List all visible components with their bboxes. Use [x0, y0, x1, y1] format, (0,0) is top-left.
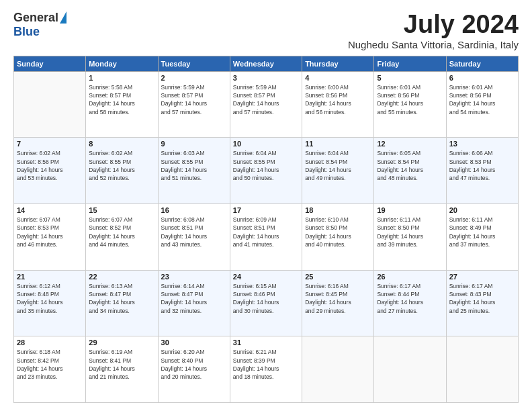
day-info: Sunrise: 6:19 AMSunset: 8:41 PMDaylight:… [89, 348, 154, 381]
calendar-cell: 22Sunrise: 6:13 AMSunset: 8:47 PMDayligh… [86, 270, 158, 336]
day-number: 20 [449, 206, 515, 214]
day-info: Sunrise: 6:13 AMSunset: 8:47 PMDaylight:… [89, 282, 154, 315]
day-number: 8 [89, 140, 154, 148]
header: General Blue July 2024 Nughedu Santa Vit… [13, 11, 519, 50]
calendar-cell [374, 336, 446, 403]
day-info: Sunrise: 6:10 AMSunset: 8:50 PMDaylight:… [305, 216, 371, 248]
location-title: Nughedu Santa Vittoria, Sardinia, Italy [348, 39, 519, 50]
day-info: Sunrise: 6:11 AMSunset: 8:49 PMDaylight:… [449, 216, 515, 248]
day-info: Sunrise: 6:00 AMSunset: 8:56 PMDaylight:… [305, 83, 371, 116]
day-number: 12 [377, 140, 443, 148]
day-number: 9 [161, 140, 227, 148]
page: General Blue July 2024 Nughedu Santa Vit… [0, 0, 532, 411]
day-info: Sunrise: 6:03 AMSunset: 8:55 PMDaylight:… [161, 149, 227, 182]
calendar-cell [302, 336, 374, 403]
calendar-cell [446, 336, 518, 403]
weekday-row: SundayMondayTuesdayWednesdayThursdayFrid… [14, 56, 519, 71]
calendar-cell: 10Sunrise: 6:04 AMSunset: 8:55 PMDayligh… [230, 138, 302, 204]
calendar-cell: 8Sunrise: 6:02 AMSunset: 8:55 PMDaylight… [86, 138, 158, 204]
calendar-cell: 15Sunrise: 6:07 AMSunset: 8:52 PMDayligh… [86, 204, 158, 271]
weekday-header-monday: Monday [86, 56, 158, 71]
weekday-header-sunday: Sunday [14, 56, 86, 71]
calendar-table: SundayMondayTuesdayWednesdayThursdayFrid… [13, 56, 519, 403]
weekday-header-thursday: Thursday [302, 56, 374, 71]
calendar-week-row: 21Sunrise: 6:12 AMSunset: 8:48 PMDayligh… [14, 270, 519, 336]
day-number: 14 [17, 206, 83, 214]
day-number: 31 [233, 338, 299, 347]
calendar-cell: 18Sunrise: 6:10 AMSunset: 8:50 PMDayligh… [302, 204, 374, 271]
calendar-cell: 7Sunrise: 6:02 AMSunset: 8:56 PMDaylight… [14, 138, 86, 204]
day-number: 21 [17, 273, 83, 281]
calendar-cell: 24Sunrise: 6:15 AMSunset: 8:46 PMDayligh… [230, 270, 302, 336]
day-number: 18 [305, 206, 371, 214]
day-info: Sunrise: 6:08 AMSunset: 8:51 PMDaylight:… [161, 216, 227, 248]
day-info: Sunrise: 6:06 AMSunset: 8:53 PMDaylight:… [449, 149, 515, 182]
day-number: 30 [161, 338, 227, 347]
day-number: 17 [233, 206, 299, 214]
calendar-cell: 12Sunrise: 6:05 AMSunset: 8:54 PMDayligh… [374, 138, 446, 204]
weekday-header-saturday: Saturday [446, 56, 518, 71]
day-number: 23 [161, 273, 227, 281]
day-info: Sunrise: 6:09 AMSunset: 8:51 PMDaylight:… [233, 216, 299, 248]
day-number: 3 [233, 74, 299, 82]
day-number: 29 [89, 338, 154, 347]
calendar-cell: 9Sunrise: 6:03 AMSunset: 8:55 PMDaylight… [158, 138, 230, 204]
calendar-cell: 29Sunrise: 6:19 AMSunset: 8:41 PMDayligh… [86, 336, 158, 403]
calendar-cell: 6Sunrise: 6:01 AMSunset: 8:56 PMDaylight… [446, 71, 518, 138]
calendar-header: SundayMondayTuesdayWednesdayThursdayFrid… [14, 56, 519, 71]
day-info: Sunrise: 6:14 AMSunset: 8:47 PMDaylight:… [161, 282, 227, 315]
calendar-cell: 31Sunrise: 6:21 AMSunset: 8:39 PMDayligh… [230, 336, 302, 403]
logo-blue: Blue [13, 25, 40, 39]
day-info: Sunrise: 6:18 AMSunset: 8:42 PMDaylight:… [17, 348, 83, 381]
day-number: 4 [305, 74, 371, 82]
day-number: 6 [449, 74, 515, 82]
logo-triangle-icon [60, 11, 66, 24]
calendar-week-row: 1Sunrise: 5:58 AMSunset: 8:57 PMDaylight… [14, 71, 519, 138]
calendar-cell: 27Sunrise: 6:17 AMSunset: 8:43 PMDayligh… [446, 270, 518, 336]
calendar-cell: 5Sunrise: 6:01 AMSunset: 8:56 PMDaylight… [374, 71, 446, 138]
day-number: 26 [377, 273, 443, 281]
day-number: 2 [161, 74, 227, 82]
day-info: Sunrise: 6:15 AMSunset: 8:46 PMDaylight:… [233, 282, 299, 315]
day-number: 25 [305, 273, 371, 281]
calendar-cell: 3Sunrise: 5:59 AMSunset: 8:57 PMDaylight… [230, 71, 302, 138]
calendar-cell: 25Sunrise: 6:16 AMSunset: 8:45 PMDayligh… [302, 270, 374, 336]
calendar-body: 1Sunrise: 5:58 AMSunset: 8:57 PMDaylight… [14, 71, 519, 402]
day-info: Sunrise: 6:01 AMSunset: 8:56 PMDaylight:… [377, 83, 443, 116]
logo-general: General [13, 11, 58, 25]
calendar-cell: 30Sunrise: 6:20 AMSunset: 8:40 PMDayligh… [158, 336, 230, 403]
day-number: 22 [89, 273, 154, 281]
calendar-cell: 20Sunrise: 6:11 AMSunset: 8:49 PMDayligh… [446, 204, 518, 271]
day-info: Sunrise: 6:07 AMSunset: 8:52 PMDaylight:… [89, 216, 154, 248]
calendar-cell: 19Sunrise: 6:11 AMSunset: 8:50 PMDayligh… [374, 204, 446, 271]
day-info: Sunrise: 6:20 AMSunset: 8:40 PMDaylight:… [161, 348, 227, 381]
day-info: Sunrise: 6:12 AMSunset: 8:48 PMDaylight:… [17, 282, 83, 315]
month-title: July 2024 [348, 11, 519, 39]
day-number: 11 [305, 140, 371, 148]
day-info: Sunrise: 6:02 AMSunset: 8:56 PMDaylight:… [17, 149, 83, 182]
day-info: Sunrise: 6:02 AMSunset: 8:55 PMDaylight:… [89, 149, 154, 182]
day-number: 15 [89, 206, 154, 214]
calendar-cell [14, 71, 86, 138]
day-info: Sunrise: 5:58 AMSunset: 8:57 PMDaylight:… [89, 83, 154, 116]
calendar-cell: 1Sunrise: 5:58 AMSunset: 8:57 PMDaylight… [86, 71, 158, 138]
day-number: 1 [89, 74, 154, 82]
calendar-cell: 11Sunrise: 6:04 AMSunset: 8:54 PMDayligh… [302, 138, 374, 204]
day-info: Sunrise: 6:17 AMSunset: 8:43 PMDaylight:… [449, 282, 515, 315]
calendar-week-row: 7Sunrise: 6:02 AMSunset: 8:56 PMDaylight… [14, 138, 519, 204]
day-number: 13 [449, 140, 515, 148]
title-section: July 2024 Nughedu Santa Vittoria, Sardin… [348, 11, 519, 50]
calendar-cell: 21Sunrise: 6:12 AMSunset: 8:48 PMDayligh… [14, 270, 86, 336]
calendar-cell: 26Sunrise: 6:17 AMSunset: 8:44 PMDayligh… [374, 270, 446, 336]
day-info: Sunrise: 6:04 AMSunset: 8:55 PMDaylight:… [233, 149, 299, 182]
day-number: 27 [449, 273, 515, 281]
logo: General Blue [13, 11, 66, 39]
day-info: Sunrise: 6:05 AMSunset: 8:54 PMDaylight:… [377, 149, 443, 182]
calendar-cell: 16Sunrise: 6:08 AMSunset: 8:51 PMDayligh… [158, 204, 230, 271]
weekday-header-tuesday: Tuesday [158, 56, 230, 71]
calendar-cell: 17Sunrise: 6:09 AMSunset: 8:51 PMDayligh… [230, 204, 302, 271]
day-info: Sunrise: 5:59 AMSunset: 8:57 PMDaylight:… [161, 83, 227, 116]
calendar-cell: 28Sunrise: 6:18 AMSunset: 8:42 PMDayligh… [14, 336, 86, 403]
day-number: 5 [377, 74, 443, 82]
day-number: 10 [233, 140, 299, 148]
